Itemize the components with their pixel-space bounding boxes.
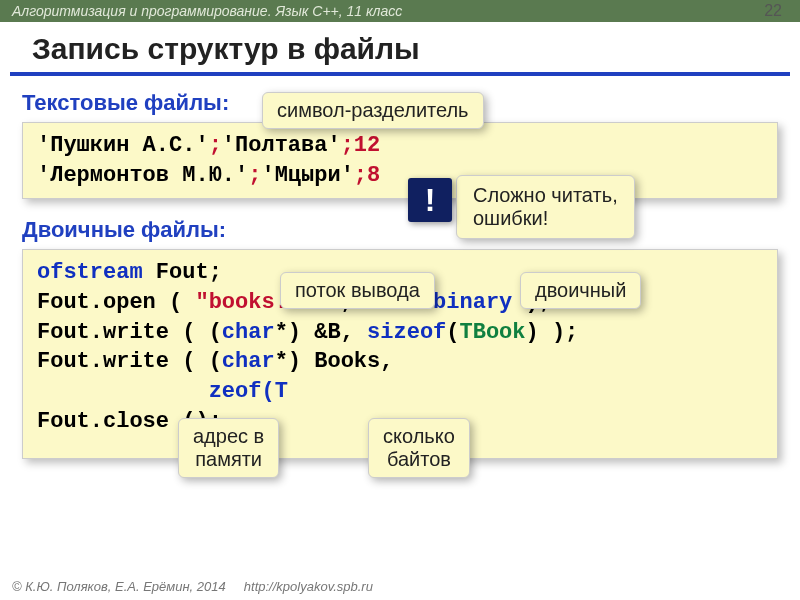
code-text: Fout.write ( (: [37, 320, 222, 345]
code-text: Fout;: [143, 260, 222, 285]
callout-line: памяти: [195, 448, 262, 470]
callout-error: Сложно читать, ошибки!: [456, 175, 635, 239]
callout-line: сколько: [383, 425, 455, 447]
code-text: zeof(T: [209, 379, 288, 404]
code-text: (: [446, 320, 459, 345]
code-text: char: [222, 349, 275, 374]
callout-separator: символ-разделитель: [262, 92, 484, 129]
code-text: 'Полтава': [222, 133, 341, 158]
code-text: sizeof: [367, 320, 446, 345]
callout-address: адрес в памяти: [178, 418, 279, 478]
code-text: TBook: [460, 320, 526, 345]
code-text: ;: [248, 163, 261, 188]
code-text: ofstream: [37, 260, 143, 285]
code-text: Fout.write ( (: [37, 349, 222, 374]
code-text: Fout.open (: [37, 290, 195, 315]
callout-bytes: сколько байтов: [368, 418, 470, 478]
callout-binary: двоичный: [520, 272, 641, 309]
callout-line: байтов: [387, 448, 451, 470]
callout-stream: поток вывода: [280, 272, 435, 309]
code-text-files: 'Пушкин А.С.';'Полтава';12 'Лермонтов М.…: [22, 122, 778, 199]
code-text: 'Мцыри': [261, 163, 353, 188]
course-topbar: Алгоритмизация и программирование. Язык …: [0, 0, 800, 22]
callout-line: адрес в: [193, 425, 264, 447]
code-text: ;: [209, 133, 222, 158]
footer-author: © К.Ю. Поляков, Е.А. Ерёмин, 2014: [12, 579, 226, 594]
footer-link: http://kpolyakov.spb.ru: [244, 579, 373, 594]
code-text: ;8: [354, 163, 380, 188]
page-number: 22: [764, 2, 782, 20]
code-text: 'Пушкин А.С.': [37, 133, 209, 158]
code-text: ) );: [526, 320, 579, 345]
code-text: 'Лермонтов М.Ю.': [37, 163, 248, 188]
footer: © К.Ю. Поляков, Е.А. Ерёмин, 2014 http:/…: [12, 579, 373, 594]
warning-icon: !: [408, 178, 452, 222]
code-text: char: [222, 320, 275, 345]
code-text: ;12: [341, 133, 381, 158]
subhead-binary-files: Двоичные файлы:: [22, 217, 778, 243]
slide-title: Запись структур в файлы: [10, 22, 790, 76]
code-text: *) &B,: [275, 320, 367, 345]
callout-line: Сложно читать,: [473, 184, 618, 206]
code-text: *) Books,: [275, 349, 394, 374]
callout-line: ошибки!: [473, 207, 548, 229]
